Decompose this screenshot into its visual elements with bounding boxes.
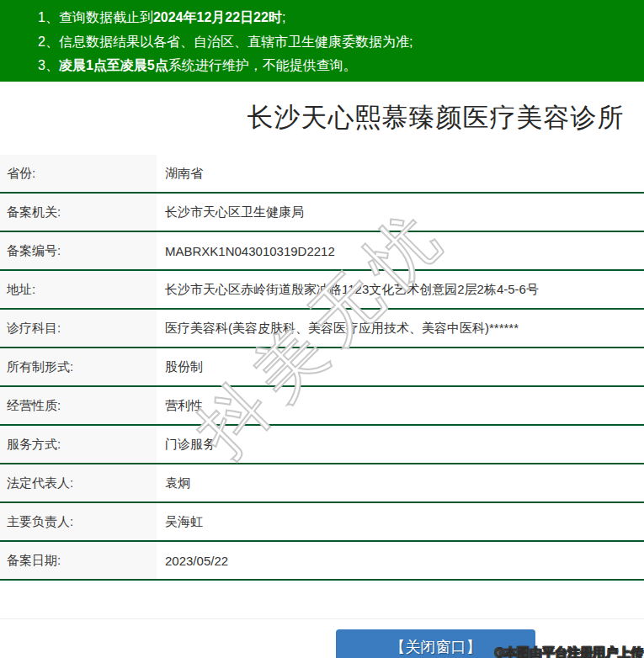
query-result-page: 1、查询数据截止到2024年12月22日22时; 2、信息数据结果以各省、自治区…	[0, 0, 644, 658]
notice-line-1: 1、查询数据截止到2024年12月22日22时;	[38, 6, 644, 30]
row-label: 地址:	[0, 271, 157, 308]
table-row: 备案日期: 2023/05/22	[0, 542, 644, 581]
row-label: 主要负责人:	[0, 503, 157, 540]
table-row: 备案编号: MABRXK1N043010319D2212	[0, 232, 644, 271]
row-label: 法定代表人:	[0, 464, 157, 501]
notice-bold-text: 凌晨1点至凌晨5点	[59, 58, 168, 72]
close-window-button[interactable]: 【关闭窗口】	[336, 629, 535, 658]
row-value: 袁炯	[157, 464, 644, 501]
row-value: 长沙市天心区赤岭街道殷家冲路1123文化艺术创意园2层2栋4-5-6号	[157, 271, 644, 308]
table-row: 诊疗科目: 医疗美容科(美容皮肤科、美容医疗应用技术、美容中医科)******	[0, 310, 644, 348]
row-label: 诊疗科目:	[0, 310, 157, 347]
info-table: 省份: 湖南省 备案机关: 长沙市天心区卫生健康局 备案编号: MABRXK1N…	[0, 155, 644, 581]
notice-text: ;	[282, 10, 285, 24]
row-value: 股份制	[157, 348, 644, 385]
row-label: 备案编号:	[0, 232, 157, 269]
notice-bold-text: 2024年12月22日22时	[153, 10, 282, 24]
notice-line-3: 3、凌晨1点至凌晨5点系统进行维护，不能提供查询。	[38, 54, 644, 78]
notice-num: 3、	[38, 58, 59, 72]
row-value: 医疗美容科(美容皮肤科、美容医疗应用技术、美容中医科)******	[157, 310, 644, 347]
row-value: 吴海虹	[157, 503, 644, 540]
row-label: 服务方式:	[0, 426, 157, 463]
row-label: 经营性质:	[0, 387, 157, 424]
notice-text: 查询数据截止到	[59, 10, 153, 24]
notice-num: 1、	[38, 10, 59, 24]
table-row: 地址: 长沙市天心区赤岭街道殷家冲路1123文化艺术创意园2层2栋4-5-6号	[0, 271, 644, 310]
row-value: 营利性	[157, 387, 644, 424]
table-row: 所有制形式: 股份制	[0, 348, 644, 387]
table-row: 法定代表人: 袁炯	[0, 464, 644, 503]
row-label: 省份:	[0, 155, 157, 192]
table-row: 主要负责人: 吴海虹	[0, 503, 644, 542]
notice-line-2: 2、信息数据结果以各省、自治区、直辖市卫生健康委数据为准;	[38, 30, 644, 55]
row-value: 门诊服务	[157, 426, 644, 463]
row-value: 长沙市天心区卫生健康局	[157, 194, 644, 231]
row-label: 备案机关:	[0, 194, 157, 231]
row-label: 所有制形式:	[0, 348, 157, 385]
row-value: 湖南省	[157, 155, 644, 192]
notice-text: 信息数据结果以各省、自治区、直辖市卫生健康委数据为准;	[59, 34, 412, 49]
table-row: 服务方式: 门诊服务	[0, 426, 644, 464]
page-title: 长沙天心熙慕臻颜医疗美容诊所	[0, 82, 644, 133]
row-label: 备案日期:	[0, 542, 157, 579]
row-value: 2023/05/22	[157, 542, 644, 579]
table-row: 备案机关: 长沙市天心区卫生健康局	[0, 194, 644, 232]
notice-text: 系统进行维护，不能提供查询。	[168, 58, 357, 72]
table-row: 经营性质: 营利性	[0, 387, 644, 426]
table-row: 省份: 湖南省	[0, 155, 644, 194]
notice-num: 2、	[38, 34, 59, 49]
row-value: MABRXK1N043010319D2212	[157, 232, 644, 269]
bottom-divider	[0, 618, 644, 619]
notice-bar: 1、查询数据截止到2024年12月22日22时; 2、信息数据结果以各省、自治区…	[0, 0, 644, 82]
